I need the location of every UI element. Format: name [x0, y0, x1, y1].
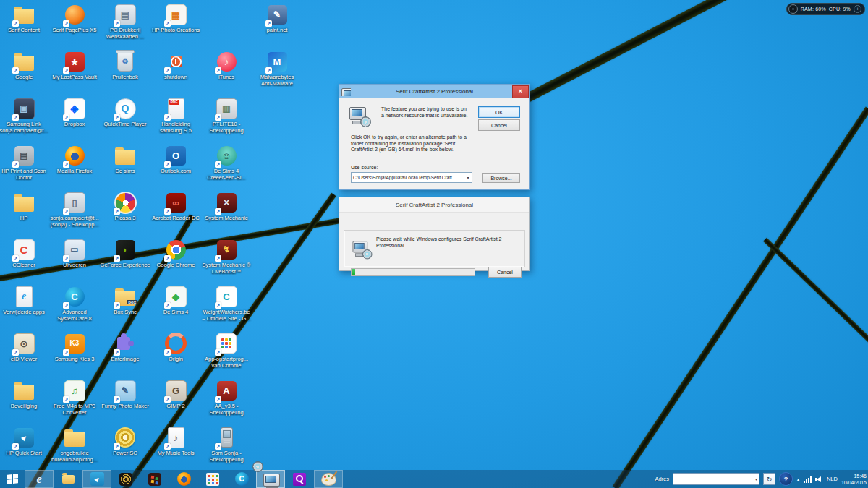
desktop-icon-de-sims-4[interactable]: ◆↗De Sims 4	[150, 285, 201, 331]
desktop-icon-de-sims[interactable]: De sims	[100, 144, 150, 190]
desktop-icon-google[interactable]: ↗Google	[0, 50, 49, 96]
chevron-down-icon[interactable]: ▾	[464, 175, 472, 180]
desktop-icon-my-music-tools[interactable]: ♪↗My Music Tools	[150, 426, 201, 472]
taskbar-button-windows-installer[interactable]	[256, 470, 285, 488]
outlook-com-icon: O↗	[163, 144, 188, 167]
desktop-icon-ongebruikte-bureaubladpictogrammen[interactable]: ongebruikte bureaubladpictog...	[49, 426, 100, 472]
desktop-icon-geforce-experience[interactable]: ◗↗GeForce Experience	[100, 238, 150, 284]
tray-expand-icon[interactable]: ▲	[796, 477, 800, 481]
desktop-icon-funny-photo-maker[interactable]: ✎↗Funny Photo Maker	[100, 379, 150, 425]
address-go-button[interactable]: ↻	[763, 473, 775, 485]
volume-icon[interactable]	[815, 476, 823, 483]
shortcut-arrow-overlay: ↗	[114, 443, 120, 450]
clock[interactable]: 15:46 10/04/2015	[841, 473, 867, 486]
shortcut-arrow-overlay: ↗	[265, 20, 272, 27]
desktop-icon-poweriso[interactable]: ↗PowerISO	[100, 426, 150, 472]
desktop-icon-handleiding-samsung-s5[interactable]: PDF↗Handleiding samsung S 5	[150, 97, 201, 143]
desktop-icon-itunes[interactable]: ♪↗iTunes	[201, 50, 252, 96]
desktop-icon-grid: ↗Serif Content↗Serif PagePlus X5▤↗PC Dru…	[0, 0, 333, 470]
desktop-icon-outlook-com[interactable]: O↗Outlook.com	[150, 144, 201, 190]
desktop-icon-pc-drukkerij-wenskaarten[interactable]: ▤↗PC Drukkerij Wenskaarten ...	[100, 3, 150, 49]
desktop-icon-shutdown[interactable]: ↗shutdown	[150, 50, 201, 96]
browse-button[interactable]: Browse...	[482, 173, 520, 183]
desktop-icon-acrobat-reader-dc[interactable]: ∞↗Acrobat Reader DC	[150, 191, 201, 237]
desktop-icon-mozilla-firefox[interactable]: ↗Mozilla Firefox	[49, 144, 100, 190]
desktop-icon-verwijderde-apps[interactable]: eVerwijderde apps	[0, 285, 49, 331]
start-button[interactable]	[0, 470, 25, 488]
ok-button[interactable]: OK	[478, 106, 520, 118]
desktop-icon-dropbox[interactable]: ◈↗Dropbox	[49, 97, 100, 143]
dialog-titlebar[interactable]: Serif CraftArtist 2 Professional ×	[339, 85, 529, 98]
desktop-icon-free-m4a-to-mp3-converter[interactable]: ♫↗Free M4a to MP3 Converter	[49, 379, 100, 425]
shortcut-arrow-overlay: ↗	[114, 20, 120, 27]
desktop-icon-hp-quick-start[interactable]: ►↗HP Quick Start	[0, 426, 49, 472]
desktop-icon-samsung-kies-3[interactable]: K3↗Samsung Kies 3	[49, 332, 100, 378]
desktop-icon-weightwatchers[interactable]: C↗WeightWatchers.be – Officiële Site - G…	[201, 285, 252, 331]
language-indicator[interactable]: NLD	[827, 476, 838, 482]
desktop-icon-aa-v3-5-snelkoppeling[interactable]: A↗AA_v3.5 - Snelkoppeling	[201, 379, 252, 425]
desktop-icon-hp-print-and-scan-doctor[interactable]: ▤↗HP Print and Scan Doctor	[0, 144, 49, 190]
my-lastpass-vault-icon: *↗	[62, 50, 87, 73]
hp-photo-creations-icon: ▦↗	[163, 3, 188, 26]
dialog-titlebar[interactable]: Serif CraftArtist 2 Professional	[339, 197, 529, 213]
taskbar-button-mozilla-firefox[interactable]	[169, 470, 198, 488]
expand-monitor-button[interactable]: +	[854, 5, 861, 13]
desktop-icon-system-mechanic[interactable]: ×↗System Mechanic	[201, 191, 252, 237]
desktop-icon-my-lastpass-vault[interactable]: *↗My LastPass Vault	[49, 50, 100, 96]
taskbar-button-media-speaker-app[interactable]	[111, 470, 140, 488]
desktop-icon-enterimage[interactable]: ↗EnterImage	[100, 332, 150, 378]
desktop-icon-sonja-campaert-snelkoppeling[interactable]: ▯↗sonja.campaert@t... (sonja) - Snelkopp…	[49, 191, 100, 237]
desktop-icon-label: AA_v3.5 - Snelkoppeling	[201, 403, 252, 416]
installer-icon	[341, 87, 351, 96]
desktop-icon-chrome-app-launcher[interactable]: ↗App-opstartprog... van Chrome	[201, 332, 252, 378]
close-icon[interactable]: ×	[512, 85, 529, 98]
paint-net-icon: ✎↗	[265, 3, 289, 26]
desktop-icon-box-sync[interactable]: box↗Box Sync	[100, 285, 150, 331]
desktop-icon-origin[interactable]: ↗Origin	[150, 332, 201, 378]
performance-monitor-widget[interactable]: RAM: 60% CPU: 9% +	[786, 3, 865, 15]
desktop-icon-ccleaner[interactable]: C↗CCleaner	[0, 238, 49, 284]
desktop-icon-paint-net[interactable]: ✎↗paint.net	[252, 3, 302, 49]
taskbar-button-paint-net[interactable]	[314, 470, 343, 488]
taskbar-button-internet-explorer[interactable]: e	[25, 470, 54, 488]
shortcut-arrow-overlay: ↗	[63, 20, 69, 27]
desktop-icon-picasa-3[interactable]: ↗Picasa 3	[100, 191, 150, 237]
desktop-icon-system-mechanic-liveboost[interactable]: ↯↗System Mechanic ® LiveBoost™	[201, 238, 252, 284]
desktop-icon-prullenbak[interactable]: ♻Prullenbak	[100, 50, 150, 96]
taskbar-button-file-explorer[interactable]	[54, 470, 82, 488]
cancel-button[interactable]: Cancel	[488, 267, 522, 278]
shortcut-arrow-overlay: ↗	[114, 114, 120, 121]
desktop-icon-samsung-link[interactable]: ▣↗Samsung Link sonja.campaert@t...	[0, 97, 49, 143]
desktop-icon-google-chrome[interactable]: ↗Google Chrome	[150, 238, 201, 284]
desktop-icon-de-sims-4-creeer-een-sim[interactable]: ☺↗De Sims 4 Creéer-een-Si...	[201, 144, 252, 190]
chevron-down-icon[interactable]: ▾	[755, 476, 759, 481]
taskbar-button-advanced-systemcare[interactable]: C	[227, 470, 256, 488]
taskbar-button-hp-quick-start[interactable]: ►	[82, 470, 111, 488]
desktop-icon-uitvoeren[interactable]: ▭↗Uitvoeren	[49, 238, 100, 284]
desktop-icon-malwarebytes-anti-malware[interactable]: M↗Malwarebytes Anti-Malware	[252, 50, 302, 96]
desktop-icon-serif-pageplus-x5[interactable]: ↗Serif PagePlus X5	[49, 3, 100, 49]
message-panel: Please wait while Windows configures Ser…	[344, 230, 525, 267]
desktop-icon-eid-viewer[interactable]: ⊙↗eID Viewer	[0, 332, 49, 378]
magnifier-icon	[293, 473, 306, 486]
desktop-icon-serif-content[interactable]: ↗Serif Content	[0, 3, 49, 49]
shortcut-arrow-overlay: ↗	[63, 161, 69, 168]
cancel-button[interactable]: Cancel	[478, 119, 520, 131]
desktop-icon-advanced-systemcare-8[interactable]: C↗Advanced SystemCare 8	[49, 285, 100, 331]
taskbar-button-magnifier[interactable]	[285, 470, 314, 488]
free-m4a-to-mp3-converter-icon: ♫↗	[62, 379, 87, 402]
source-path-combobox[interactable]: C:\Users\Sonja\AppData\Local\Temp\Serif …	[351, 172, 472, 183]
taskbar-button-photo-collage-app[interactable]	[140, 470, 169, 488]
desktop[interactable]: RAM: 60% CPU: 9% + ↗Serif Content↗Serif …	[0, 0, 868, 488]
desktop-icon-hp-photo-creations[interactable]: ▦↗HP Photo Creations	[150, 3, 201, 49]
desktop-icon-sam-sonja-snelkoppeling[interactable]: ↗Sam Sonja - Snelkoppeling	[201, 426, 252, 472]
desktop-icon-quicktime-player[interactable]: Q↗QuickTime Player	[100, 97, 150, 143]
desktop-icon-ptlite10[interactable]: ▥↗PTLITE10 - Snelkoppeling	[201, 97, 252, 143]
address-input[interactable]: ▾	[673, 473, 760, 485]
taskbar-button-app-launcher-grid[interactable]	[198, 470, 227, 488]
help-button[interactable]: ?	[779, 472, 793, 486]
network-signal-icon[interactable]	[804, 476, 812, 483]
desktop-icon-hp[interactable]: HP	[0, 191, 49, 237]
desktop-icon-beveiliging[interactable]: Beveiliging	[0, 379, 49, 425]
desktop-icon-gimp-2[interactable]: G↗GIMP 2	[150, 379, 201, 425]
